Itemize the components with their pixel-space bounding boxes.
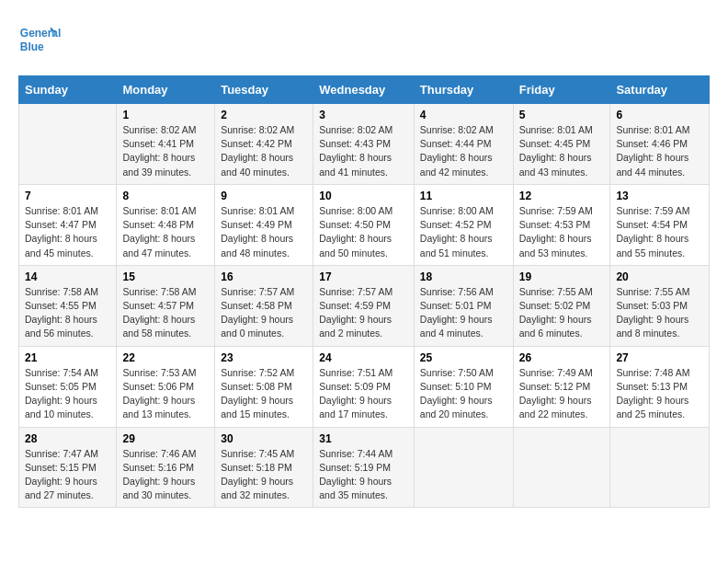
day-number: 13 (616, 190, 703, 202)
day-info: Sunrise: 8:01 AMSunset: 4:47 PMDaylight:… (25, 204, 110, 260)
day-number: 15 (122, 270, 209, 283)
calendar-day-cell: 1Sunrise: 8:02 AMSunset: 4:41 PMDaylight… (117, 104, 215, 185)
calendar-day-cell: 31Sunrise: 7:44 AMSunset: 5:19 PMDayligh… (313, 427, 415, 508)
day-info: Sunrise: 7:45 AMSunset: 5:18 PMDaylight:… (221, 447, 307, 503)
weekday-header-cell: Wednesday (313, 76, 415, 104)
calendar-day-cell: 21Sunrise: 7:54 AMSunset: 5:05 PMDayligh… (19, 346, 117, 427)
day-number: 18 (420, 270, 507, 283)
calendar-day-cell: 2Sunrise: 8:02 AMSunset: 4:42 PMDaylight… (215, 104, 313, 185)
calendar-day-cell: 24Sunrise: 7:51 AMSunset: 5:09 PMDayligh… (313, 346, 415, 427)
day-info: Sunrise: 7:58 AMSunset: 4:55 PMDaylight:… (25, 285, 110, 341)
day-info: Sunrise: 8:02 AMSunset: 4:44 PMDaylight:… (420, 123, 507, 179)
day-info: Sunrise: 7:50 AMSunset: 5:10 PMDaylight:… (420, 366, 507, 422)
day-info: Sunrise: 7:54 AMSunset: 5:05 PMDaylight:… (25, 366, 110, 422)
calendar-day-cell: 16Sunrise: 7:57 AMSunset: 4:58 PMDayligh… (215, 265, 313, 346)
day-info: Sunrise: 8:02 AMSunset: 4:41 PMDaylight:… (122, 123, 209, 179)
day-number: 30 (221, 432, 307, 445)
day-info: Sunrise: 7:51 AMSunset: 5:09 PMDaylight:… (319, 366, 408, 422)
day-number: 29 (122, 432, 209, 445)
day-info: Sunrise: 8:02 AMSunset: 4:42 PMDaylight:… (221, 123, 307, 179)
calendar-day-cell: 3Sunrise: 8:02 AMSunset: 4:43 PMDaylight… (313, 104, 415, 185)
day-info: Sunrise: 7:59 AMSunset: 4:53 PMDaylight:… (519, 204, 605, 260)
calendar-day-cell: 9Sunrise: 8:01 AMSunset: 4:49 PMDaylight… (215, 184, 313, 265)
weekday-header-cell: Thursday (414, 76, 513, 104)
day-number: 24 (319, 351, 408, 364)
day-info: Sunrise: 7:47 AMSunset: 5:15 PMDaylight:… (25, 447, 110, 503)
weekday-header-row: SundayMondayTuesdayWednesdayThursdayFrid… (19, 76, 710, 104)
day-number: 3 (319, 109, 408, 121)
calendar-day-cell: 30Sunrise: 7:45 AMSunset: 5:18 PMDayligh… (215, 427, 313, 508)
day-info: Sunrise: 7:55 AMSunset: 5:02 PMDaylight:… (519, 285, 605, 341)
calendar-week-row: 1Sunrise: 8:02 AMSunset: 4:41 PMDaylight… (19, 104, 710, 185)
calendar-week-row: 28Sunrise: 7:47 AMSunset: 5:15 PMDayligh… (19, 427, 710, 508)
svg-text:Blue: Blue (20, 40, 44, 53)
day-number: 7 (25, 190, 110, 202)
calendar-day-cell: 27Sunrise: 7:48 AMSunset: 5:13 PMDayligh… (610, 346, 710, 427)
calendar-day-cell: 7Sunrise: 8:01 AMSunset: 4:47 PMDaylight… (19, 184, 117, 265)
calendar-day-cell: 20Sunrise: 7:55 AMSunset: 5:03 PMDayligh… (610, 265, 710, 346)
logo-icon: General Blue (18, 18, 61, 61)
calendar-week-row: 14Sunrise: 7:58 AMSunset: 4:55 PMDayligh… (19, 265, 710, 346)
calendar-day-cell: 10Sunrise: 8:00 AMSunset: 4:50 PMDayligh… (313, 184, 415, 265)
day-number: 23 (221, 351, 307, 364)
day-number: 11 (420, 190, 507, 202)
day-info: Sunrise: 8:01 AMSunset: 4:49 PMDaylight:… (221, 204, 307, 260)
day-info: Sunrise: 7:52 AMSunset: 5:08 PMDaylight:… (221, 366, 307, 422)
calendar-day-cell: 8Sunrise: 8:01 AMSunset: 4:48 PMDaylight… (117, 184, 215, 265)
day-number: 31 (319, 432, 408, 445)
day-number: 25 (420, 351, 507, 364)
day-number: 26 (519, 351, 605, 364)
weekday-header-cell: Sunday (19, 76, 117, 104)
day-info: Sunrise: 7:56 AMSunset: 5:01 PMDaylight:… (420, 285, 507, 341)
day-info: Sunrise: 7:57 AMSunset: 4:58 PMDaylight:… (221, 285, 307, 341)
day-number: 19 (519, 270, 605, 283)
day-info: Sunrise: 7:48 AMSunset: 5:13 PMDaylight:… (616, 366, 703, 422)
day-number: 10 (319, 190, 408, 202)
day-number: 20 (616, 270, 703, 283)
calendar-week-row: 21Sunrise: 7:54 AMSunset: 5:05 PMDayligh… (19, 346, 710, 427)
calendar-day-cell: 19Sunrise: 7:55 AMSunset: 5:02 PMDayligh… (513, 265, 610, 346)
day-number: 6 (616, 109, 703, 121)
calendar-day-cell: 4Sunrise: 8:02 AMSunset: 4:44 PMDaylight… (414, 104, 513, 185)
day-info: Sunrise: 7:46 AMSunset: 5:16 PMDaylight:… (122, 447, 209, 503)
day-number: 1 (122, 109, 209, 121)
calendar-day-cell (610, 427, 710, 508)
day-number: 12 (519, 190, 605, 202)
weekday-header-cell: Saturday (610, 76, 710, 104)
day-info: Sunrise: 7:53 AMSunset: 5:06 PMDaylight:… (122, 366, 209, 422)
weekday-header-cell: Friday (513, 76, 610, 104)
calendar-day-cell: 17Sunrise: 7:57 AMSunset: 4:59 PMDayligh… (313, 265, 415, 346)
day-number: 9 (221, 190, 307, 202)
weekday-header-cell: Monday (117, 76, 215, 104)
day-number: 21 (25, 351, 110, 364)
calendar-day-cell: 26Sunrise: 7:49 AMSunset: 5:12 PMDayligh… (513, 346, 610, 427)
calendar-day-cell: 29Sunrise: 7:46 AMSunset: 5:16 PMDayligh… (117, 427, 215, 508)
day-info: Sunrise: 8:02 AMSunset: 4:43 PMDaylight:… (319, 123, 408, 179)
day-info: Sunrise: 7:49 AMSunset: 5:12 PMDaylight:… (519, 366, 605, 422)
day-number: 17 (319, 270, 408, 283)
day-number: 22 (122, 351, 209, 364)
day-info: Sunrise: 7:59 AMSunset: 4:54 PMDaylight:… (616, 204, 703, 260)
calendar-day-cell: 11Sunrise: 8:00 AMSunset: 4:52 PMDayligh… (414, 184, 513, 265)
calendar-day-cell: 12Sunrise: 7:59 AMSunset: 4:53 PMDayligh… (513, 184, 610, 265)
day-info: Sunrise: 8:01 AMSunset: 4:48 PMDaylight:… (122, 204, 209, 260)
day-number: 16 (221, 270, 307, 283)
calendar-day-cell: 23Sunrise: 7:52 AMSunset: 5:08 PMDayligh… (215, 346, 313, 427)
day-info: Sunrise: 7:58 AMSunset: 4:57 PMDaylight:… (122, 285, 209, 341)
calendar-day-cell (513, 427, 610, 508)
page-header: General Blue (18, 18, 710, 61)
calendar-day-cell (19, 104, 117, 185)
day-info: Sunrise: 7:44 AMSunset: 5:19 PMDaylight:… (319, 447, 408, 503)
day-info: Sunrise: 7:55 AMSunset: 5:03 PMDaylight:… (616, 285, 703, 341)
calendar-day-cell: 22Sunrise: 7:53 AMSunset: 5:06 PMDayligh… (117, 346, 215, 427)
calendar-day-cell: 6Sunrise: 8:01 AMSunset: 4:46 PMDaylight… (610, 104, 710, 185)
day-info: Sunrise: 8:00 AMSunset: 4:52 PMDaylight:… (420, 204, 507, 260)
calendar-week-row: 7Sunrise: 8:01 AMSunset: 4:47 PMDaylight… (19, 184, 710, 265)
calendar-day-cell (414, 427, 513, 508)
logo: General Blue (18, 18, 61, 61)
day-number: 27 (616, 351, 703, 364)
calendar-day-cell: 28Sunrise: 7:47 AMSunset: 5:15 PMDayligh… (19, 427, 117, 508)
day-info: Sunrise: 8:01 AMSunset: 4:46 PMDaylight:… (616, 123, 703, 179)
day-number: 14 (25, 270, 110, 283)
calendar-day-cell: 25Sunrise: 7:50 AMSunset: 5:10 PMDayligh… (414, 346, 513, 427)
